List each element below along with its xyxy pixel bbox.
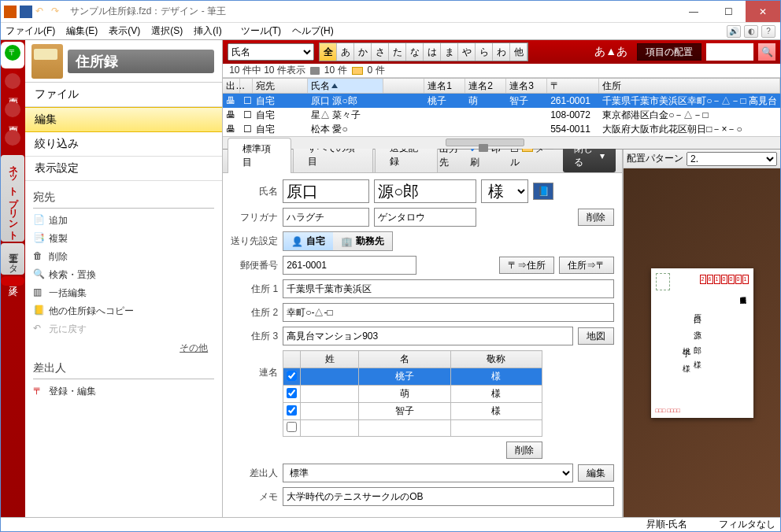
shield-icon[interactable]: ◐ [744, 25, 758, 38]
search-input[interactable] [706, 43, 753, 61]
layout-button[interactable]: 項目の配置 [637, 43, 701, 61]
menu-view[interactable]: 表示(V) [109, 24, 140, 38]
kana-ka[interactable]: か [354, 43, 372, 61]
vtab-data[interactable]: 筆王データ [1, 243, 24, 275]
addr1-input[interactable] [283, 279, 614, 298]
table-row[interactable]: 🖶☐自宅松本 愛○554-0011大阪府大阪市此花区朝日□－×－○ [223, 122, 780, 136]
bulk-icon: ▥ [33, 286, 44, 297]
help-icon[interactable]: ? [761, 25, 775, 38]
addr2-input[interactable] [283, 303, 614, 322]
table-row[interactable]: 🖶☐自宅原口 源○郎桃子萌智子261-0001千葉県千葉市美浜区幸町○－△－□ … [223, 94, 780, 108]
search-icon: 🔍 [33, 268, 44, 279]
close-button[interactable]: ✕ [746, 1, 780, 22]
action-sender-edit[interactable]: 〒登録・編集 [33, 382, 214, 401]
action-find[interactable]: 🔍検索・置換 [33, 266, 214, 284]
sender-heading: 差出人 [33, 358, 214, 379]
addr3-input[interactable] [283, 327, 573, 345]
trash-icon: 🗑 [33, 250, 44, 261]
menu-edit[interactable]: 編集(E) [66, 24, 98, 38]
addr-to-zip-button[interactable]: 住所⇒〒 [559, 257, 614, 274]
redo-icon[interactable]: ↷ [51, 6, 64, 18]
maximize-button[interactable]: ☐ [711, 1, 746, 22]
map-button[interactable]: 地図 [578, 327, 614, 345]
furi2-input[interactable] [374, 208, 476, 227]
window-title: サンプル住所録.fzd：デザイン - 筆王 [64, 5, 676, 18]
vtab-address[interactable]: 〒住所録 [1, 42, 24, 68]
dest-toggle: 👤 自宅 🏢 勤務先 [283, 231, 393, 251]
kana-ta[interactable]: た [389, 43, 406, 61]
table-row[interactable]: 🖶☐自宅星△ 菜々子108-0072東京都港区白金○－△－□ [223, 108, 780, 122]
kana-sa[interactable]: さ [372, 43, 389, 61]
name-book-button[interactable]: 📘 [533, 183, 553, 200]
furi1-input[interactable] [283, 208, 369, 227]
memo-input[interactable] [283, 487, 614, 506]
tab-standard[interactable]: 標準項目 [228, 138, 291, 173]
kana-na[interactable]: な [406, 43, 424, 61]
undo2-icon: ↶ [33, 323, 44, 334]
action-copy[interactable]: 📒他の住所録へコピー [33, 302, 214, 320]
printer-icon [310, 67, 320, 75]
vtab-front[interactable]: 表面 [1, 70, 24, 97]
kana-ma[interactable]: ま [441, 43, 458, 61]
delete-name-button[interactable]: 削除 [578, 209, 614, 226]
grid-hscroll[interactable] [223, 136, 780, 149]
action-other[interactable]: その他 [33, 338, 214, 358]
sound-icon[interactable]: 🔊 [727, 25, 741, 38]
menu-bar: ファイル(F) 編集(E) 表示(V) 選択(S) 挿入(I) ツール(T) ヘ… [1, 23, 780, 40]
search-button[interactable]: 🔍 [758, 43, 775, 61]
panel-title: 住所録 [68, 50, 214, 73]
kana-ra[interactable]: ら [476, 43, 493, 61]
action-duplicate[interactable]: 📑複製 [33, 230, 214, 248]
action-delete[interactable]: 🗑削除 [33, 248, 214, 266]
left-panel: 住所録 ファイル 編集 絞り込み 表示設定 宛先 📄追加 📑複製 🗑削除 🔍検索… [25, 40, 223, 517]
kana-a[interactable]: あ [337, 43, 354, 61]
nav-edit[interactable]: 編集 [25, 107, 222, 132]
zip-input[interactable] [283, 256, 416, 275]
kana-all[interactable]: 全 [320, 43, 337, 61]
vtab-exit[interactable]: 終了 [1, 276, 24, 286]
mei-input[interactable] [374, 179, 476, 203]
dest-home[interactable]: 👤 自宅 [283, 232, 333, 250]
renmei-row[interactable]: 桃子様 [283, 368, 542, 386]
delete-ren-button[interactable]: 削除 [506, 441, 542, 459]
kana-wa[interactable]: わ [493, 43, 510, 61]
sort-select[interactable]: 氏名 [228, 43, 314, 61]
nav-display[interactable]: 表示設定 [25, 157, 222, 181]
menu-select[interactable]: 選択(S) [151, 24, 183, 38]
copy-icon: 📒 [33, 305, 44, 316]
undo-icon[interactable]: ↶ [35, 6, 48, 18]
zip-to-addr-button[interactable]: 〒⇒住所 [499, 257, 554, 274]
sender-select[interactable]: 標準 [283, 464, 573, 482]
renmei-table: 姓名敬称 桃子様萌様智子様 [283, 350, 542, 437]
menu-tool[interactable]: ツール(T) [241, 24, 281, 38]
vtab-netprint[interactable]: ネットプリント [1, 155, 24, 242]
nav-filter[interactable]: 絞り込み [25, 132, 222, 157]
edit-sender-button[interactable]: 編集 [578, 464, 614, 482]
nav-file[interactable]: ファイル [25, 83, 222, 107]
preview-panel: 配置パターン 2. 2610001 千葉県千葉市美浜区幸町 原口 源○郎 様 桃… [623, 150, 780, 517]
font-size-toggle[interactable]: あ▲あ [590, 45, 632, 59]
action-bulk[interactable]: ▥一括編集 [33, 284, 214, 302]
kana-index: 全 あ か さ た な は ま や ら わ 他 [319, 42, 528, 61]
minimize-button[interactable]: — [676, 1, 711, 22]
kana-ya[interactable]: や [458, 43, 476, 61]
save-icon[interactable] [20, 6, 32, 18]
pattern-select[interactable]: 2. [687, 152, 777, 166]
status-bar: 昇順-氏名 フィルタなし [1, 517, 780, 531]
address-grid: 出… 宛先 氏名 連名1 連名2 連名3 〒 住所 🖶☐自宅原口 源○郎桃子萌智… [223, 78, 780, 150]
vtab-print[interactable]: 印刷 [1, 127, 24, 153]
app-icon [4, 6, 17, 18]
action-add[interactable]: 📄追加 [33, 212, 214, 230]
renmei-row[interactable]: 智子様 [283, 403, 542, 420]
vtab-back[interactable]: 裏面 [1, 98, 24, 125]
title-bar: ↶ ↷ サンプル住所録.fzd：デザイン - 筆王 — ☐ ✕ [1, 1, 780, 23]
menu-help[interactable]: ヘルプ(H) [292, 24, 334, 38]
kana-ha[interactable]: は [424, 43, 441, 61]
sei-input[interactable] [283, 179, 369, 203]
menu-insert[interactable]: 挿入(I) [194, 24, 221, 38]
dest-work[interactable]: 🏢 勤務先 [333, 232, 392, 250]
menu-file[interactable]: ファイル(F) [6, 24, 55, 38]
renmei-row[interactable]: 萌様 [283, 386, 542, 403]
keisho-select[interactable]: 様 [481, 179, 528, 203]
kana-other[interactable]: 他 [510, 43, 527, 61]
